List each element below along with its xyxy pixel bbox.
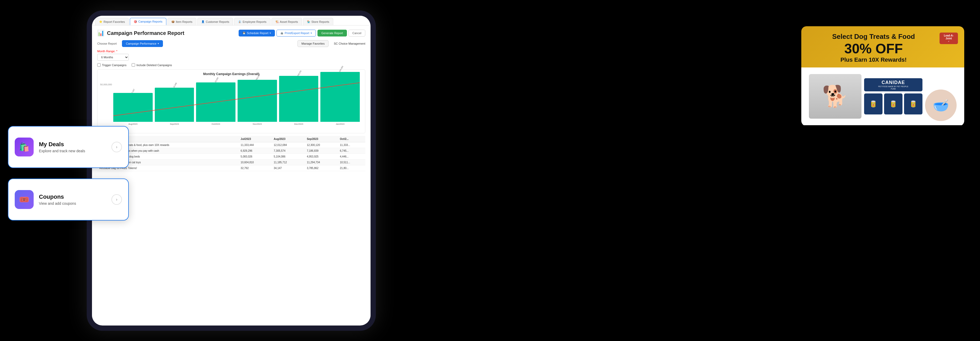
- cell-aug-5: 34,147: [272, 165, 305, 171]
- products-column: CANIDAE PET FOOD MADE BY PET PEOPLE PURE…: [864, 78, 923, 114]
- deals-icon-wrapper: 🛍️: [15, 138, 33, 157]
- manage-favorites-button[interactable]: Manage Favorites: [298, 40, 329, 47]
- product-2: 🥫: [884, 94, 902, 114]
- tab-campaign-reports[interactable]: 🎯 Campaign Reports: [130, 18, 166, 25]
- include-deleted-checkbox-item: Include Deleted Campaigns: [132, 63, 172, 67]
- deals-title: My Deals: [39, 141, 106, 148]
- ad-banner-bottom: 🐕 CANIDAE PET FOOD MADE BY PET PEOPLE PU…: [801, 67, 964, 125]
- coupons-card[interactable]: 🎟️ Coupons View and add coupons ›: [8, 179, 129, 220]
- dog-image: 🐕: [809, 74, 861, 119]
- col-aug: Aug/2023: [272, 136, 305, 142]
- month-range-select[interactable]: 1 Month 3 Months 6 Months 12 Months: [97, 54, 129, 61]
- table-row: Earn 10X the rewards on dog beds 5,083,0…: [97, 154, 365, 160]
- cell-oct-1: 11,333...: [338, 142, 365, 148]
- brand-name: CANIDAE: [867, 80, 920, 85]
- cell-jul-1: 11,333,444: [239, 142, 272, 148]
- bar-oct-2023: 59,19,263 Oct/2023: [196, 80, 235, 125]
- print-export-button[interactable]: 🖨️ Print/Export Report: [277, 30, 316, 36]
- cell-sep-1: 12,300,120: [305, 142, 338, 148]
- controls-row: Choose Report Campaign Performance Manag…: [97, 40, 365, 47]
- ad-discount: 30% OFF: [808, 42, 940, 56]
- coupons-arrow-button[interactable]: ›: [111, 194, 122, 205]
- coupons-icon: 🎟️: [19, 195, 29, 205]
- cell-sep-4: 11,294,734: [305, 160, 338, 165]
- report-header: 📊 Campaign Performance Report 💾 Schedule…: [97, 30, 365, 36]
- header-buttons: 💾 Schedule Report 🖨️ Print/Export Report…: [239, 30, 365, 36]
- month-range-row: Month Range: * 1 Month 3 Months 6 Months…: [97, 50, 365, 61]
- data-table: Name Jul/2023 Aug/2023 Sep/2023 Oct/2...…: [97, 136, 365, 171]
- checkboxes-row: Trigger Campaigns Include Deleted Campai…: [97, 63, 365, 67]
- bar-dec-2023: 86,109,231 Dec/2023: [279, 73, 318, 125]
- cell-sep-2: 7,186,839: [305, 148, 338, 154]
- col-sep: Sep/2023: [305, 136, 338, 142]
- data-table-wrapper: Name Jul/2023 Aug/2023 Sep/2023 Oct/2...…: [97, 136, 365, 171]
- tab-employee-reports[interactable]: 👔 Employee Reports: [234, 18, 270, 25]
- cell-aug-2: 7,305,574: [272, 148, 305, 154]
- product-1: 🥫: [864, 94, 883, 114]
- tab-customer-reports[interactable]: 👤 Customer Reports: [197, 18, 233, 25]
- chart-icon: 📊: [97, 30, 104, 36]
- table-header-row: Name Jul/2023 Aug/2023 Sep/2023 Oct/2...: [97, 136, 365, 142]
- table-row: Earn 2X the reward tokens when you pay w…: [97, 148, 365, 154]
- ad-banner-top: Select Dog Treats & Food 30% OFF Plus Ea…: [801, 26, 964, 67]
- cell-jul-2: 6,929,296: [239, 148, 272, 154]
- my-deals-card[interactable]: 🛍️ My Deals Explore and track new deals …: [8, 126, 129, 168]
- cell-jul-3: 5,083,026: [239, 154, 272, 160]
- chart-container: Monthly Campaign Earnings (Overall) 50,0…: [97, 69, 365, 133]
- cancel-button[interactable]: Cancel: [348, 30, 365, 36]
- report-dropdown[interactable]: Campaign Performance: [122, 40, 163, 47]
- chart-area: 50,000,000 47,537 Aug/2023 51,10,345 S: [100, 78, 363, 130]
- tab-store-reports[interactable]: 🏪 Store Reports: [303, 18, 333, 25]
- table-row: Reusable Bag 50 FREE Tokens! 32,792 34,1…: [97, 165, 365, 171]
- tablet-screen: ⭐ Report Favorites 🎯 Campaign Reports 📦 …: [92, 16, 371, 325]
- ad-subtitle: Plus Earn 10X Rewards!: [808, 56, 940, 63]
- bars-wrapper: 47,537 Aug/2023 51,10,345 Sep/2023 5: [100, 78, 363, 125]
- generate-report-button[interactable]: Generate Report: [317, 30, 347, 36]
- col-oct: Oct/2...: [338, 136, 365, 142]
- include-deleted-checkbox[interactable]: [132, 63, 135, 67]
- cell-jul-5: 32,792: [239, 165, 272, 171]
- logo-badge: Lead-A-Joint ✓: [940, 33, 958, 44]
- table-row: 10% off and 5X rewards on cat toys 10,60…: [97, 160, 365, 165]
- coupons-title: Coupons: [39, 193, 106, 200]
- tab-asset-reports[interactable]: 🏗️ Asset Reports: [272, 18, 302, 25]
- bar-aug-2023: 47,537 Aug/2023: [113, 90, 153, 125]
- cell-sep-5: 3,785,862: [305, 165, 338, 171]
- deals-text: My Deals Explore and track new deals: [39, 141, 106, 153]
- cell-jul-4: 10,604,810: [239, 160, 272, 165]
- deals-subtitle: Explore and track new deals: [39, 149, 106, 153]
- bar-nov-2023: 70,000,120 Nov/2023: [237, 78, 277, 125]
- nav-tabs-bar: ⭐ Report Favorites 🎯 Campaign Reports 📦 …: [92, 16, 371, 25]
- brand-logo-box: CANIDAE PET FOOD MADE BY PET PEOPLE PURE: [864, 78, 923, 91]
- org-name-label: SC Choice Management: [334, 42, 365, 45]
- tab-report-favorites[interactable]: ⭐ Report Favorites: [95, 18, 129, 25]
- tab-item-reports[interactable]: 📦 Item Reports: [167, 18, 196, 25]
- main-content: 📊 Campaign Performance Report 💾 Schedule…: [92, 25, 371, 324]
- table-row: Get 30% off select dog treats & food, pl…: [97, 142, 365, 148]
- cell-oct-5: 21,80...: [338, 165, 365, 171]
- schedule-report-button[interactable]: 💾 Schedule Report: [239, 30, 275, 36]
- cell-aug-4: 11,185,712: [272, 160, 305, 165]
- bowl-image: 🥣: [925, 89, 957, 121]
- deals-icon: 🛍️: [19, 142, 29, 152]
- tablet-device: ⭐ Report Favorites 🎯 Campaign Reports 📦 …: [87, 11, 376, 331]
- trigger-campaigns-checkbox[interactable]: [97, 63, 101, 67]
- choose-report-label: Choose Report: [97, 42, 117, 45]
- product-images-row: 🥫 🥫 🥫: [864, 94, 923, 114]
- brand-sub: PET FOOD MADE BY PET PEOPLE: [867, 86, 920, 87]
- ad-banner: Select Dog Treats & Food 30% OFF Plus Ea…: [801, 26, 964, 126]
- ad-title: Select Dog Treats & Food: [808, 33, 940, 41]
- cell-aug-3: 5,104,086: [272, 154, 305, 160]
- bar-jan-2024: 101,100,200 Jan/2024: [320, 70, 360, 125]
- cell-aug-1: 12,012,084: [272, 142, 305, 148]
- coupons-text: Coupons View and add coupons: [39, 193, 106, 206]
- product-3: 🥫: [904, 94, 923, 114]
- cell-sep-3: 4,953,925: [305, 154, 338, 160]
- cell-oct-4: 10,511...: [338, 160, 365, 165]
- cell-oct-3: 4,446...: [338, 154, 365, 160]
- col-jul: Jul/2023: [239, 136, 272, 142]
- report-title: 📊 Campaign Performance Report: [97, 30, 185, 36]
- coupons-subtitle: View and add coupons: [39, 201, 106, 206]
- deals-arrow-button[interactable]: ›: [111, 142, 122, 152]
- coupons-icon-wrapper: 🎟️: [15, 190, 33, 209]
